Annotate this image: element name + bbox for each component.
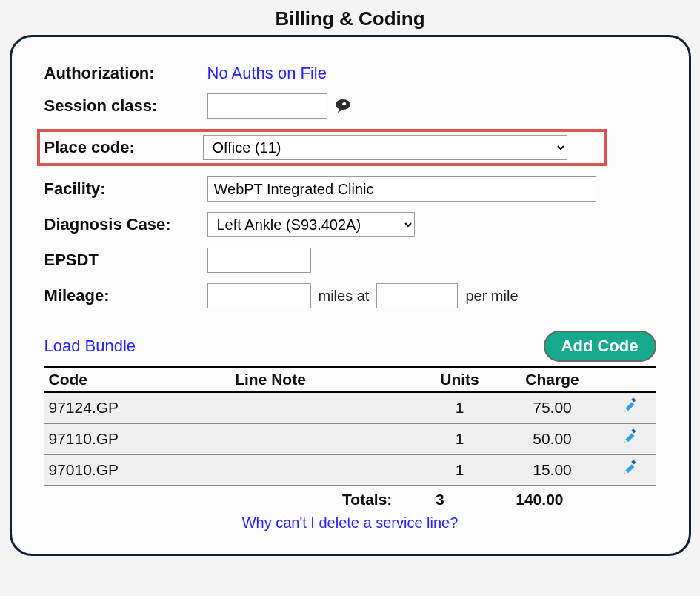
epsdt-row: EPSDT [44, 248, 656, 273]
table-row: 97110.GP150.00 [44, 423, 656, 454]
mileage-permile-text: per mile [465, 288, 518, 305]
facility-input[interactable] [207, 176, 596, 202]
codes-table: Code Line Note Units Charge 97124.GP175.… [44, 366, 656, 486]
col-charge: Charge [501, 367, 604, 392]
cell-charge: 15.00 [501, 454, 604, 486]
svg-rect-2 [342, 103, 344, 105]
totals-row: Totals: 3 140.00 [44, 486, 656, 513]
cell-note [230, 423, 419, 454]
load-bundle-link[interactable]: Load Bundle [44, 337, 136, 356]
authorization-label: Authorization: [44, 64, 207, 83]
diagnosis-select[interactable]: Left Ankle (S93.402A) [207, 212, 415, 237]
cell-note [230, 392, 419, 423]
cell-units: 1 [419, 423, 501, 454]
pencil-icon[interactable] [622, 430, 639, 448]
place-code-row: Place code: Office (11) [37, 129, 607, 166]
cell-code: 97124.GP [44, 392, 231, 423]
cell-units: 1 [419, 392, 501, 423]
col-note: Line Note [230, 367, 419, 392]
svg-rect-5 [625, 433, 634, 442]
svg-rect-4 [631, 397, 636, 402]
diagnosis-label: Diagnosis Case: [44, 215, 207, 234]
facility-label: Facility: [44, 179, 207, 199]
place-code-label: Place code: [44, 138, 203, 157]
diagnosis-row: Diagnosis Case: Left Ankle (S93.402A) [44, 212, 656, 237]
chat-icon[interactable] [335, 99, 353, 113]
mileage-miles-at-text: miles at [319, 288, 370, 305]
col-code: Code [44, 367, 231, 392]
cell-note [230, 454, 419, 486]
cell-code: 97110.GP [44, 423, 231, 454]
cell-units: 1 [419, 454, 501, 486]
page-title: Billing & Coding [7, 7, 693, 30]
totals-label: Totals: [44, 486, 397, 513]
epsdt-label: EPSDT [44, 251, 207, 270]
svg-point-0 [336, 99, 350, 110]
mileage-row: Mileage: miles at per mile [44, 283, 656, 308]
pencil-icon[interactable] [622, 399, 639, 417]
mileage-label: Mileage: [44, 286, 207, 305]
cell-charge: 75.00 [501, 392, 604, 423]
delete-service-line-link[interactable]: Why can't I delete a service line? [242, 514, 459, 531]
cell-charge: 50.00 [501, 423, 604, 454]
session-class-label: Session class: [44, 96, 207, 116]
col-edit [604, 367, 656, 392]
billing-panel: Authorization: No Auths on File Session … [10, 35, 691, 556]
totals-units: 3 [396, 486, 483, 513]
svg-rect-8 [631, 460, 636, 464]
epsdt-input[interactable] [207, 248, 311, 273]
table-row: 97010.GP115.00 [44, 454, 656, 486]
totals-charge: 140.00 [483, 486, 596, 513]
table-row: 97124.GP175.00 [44, 392, 656, 423]
actions-row: Load Bundle Add Code [44, 331, 656, 362]
facility-row: Facility: [44, 176, 656, 202]
col-units: Units [419, 367, 501, 392]
add-code-button[interactable]: Add Code [544, 331, 656, 362]
svg-rect-3 [625, 402, 634, 411]
svg-rect-7 [625, 464, 634, 473]
mileage-miles-input[interactable] [207, 283, 311, 308]
svg-rect-6 [631, 428, 636, 433]
mileage-permile-input[interactable] [376, 283, 458, 308]
session-class-input[interactable] [207, 93, 327, 119]
session-class-row: Session class: [44, 93, 656, 119]
place-code-select[interactable]: Office (11) [203, 135, 567, 160]
authorization-row: Authorization: No Auths on File [44, 64, 656, 83]
pencil-icon[interactable] [622, 461, 639, 480]
authorization-link[interactable]: No Auths on File [207, 64, 327, 83]
cell-code: 97010.GP [44, 454, 231, 486]
